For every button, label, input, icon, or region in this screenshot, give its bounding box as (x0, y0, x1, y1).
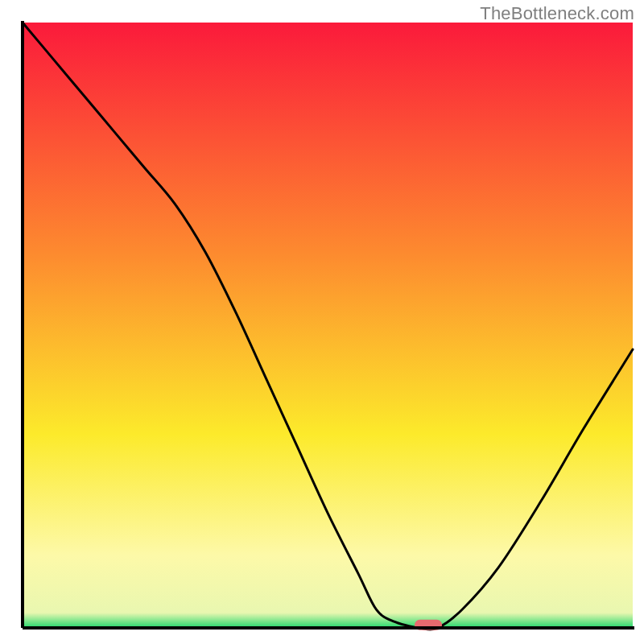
chart-container: TheBottleneck.com (0, 0, 644, 644)
watermark-text: TheBottleneck.com (480, 3, 634, 24)
gradient-background (23, 23, 633, 628)
bottleneck-chart (0, 0, 644, 644)
